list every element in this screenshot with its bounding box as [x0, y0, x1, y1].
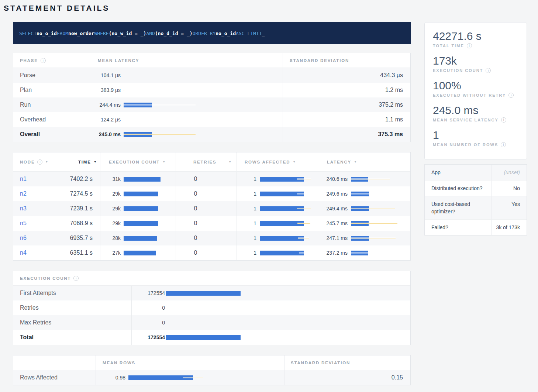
rows-affected-bar — [260, 192, 311, 196]
info-icon[interactable]: i — [501, 117, 506, 123]
execution-count-value: 172554 — [135, 290, 165, 296]
std-dev-cell: 375.3 ms — [283, 127, 410, 142]
stat-value: 42271.6 s — [433, 30, 518, 42]
phase-name: Run — [13, 97, 89, 112]
latency-cell: 240.6 ms — [318, 172, 410, 186]
execution-count-value: 29k — [104, 191, 121, 197]
bar-mean-segment — [260, 251, 304, 255]
info-icon[interactable]: i — [508, 93, 514, 98]
execution-count-value: 29k — [104, 220, 121, 226]
latency-value: 237.2 ms — [322, 250, 348, 256]
rows-affected-bar — [260, 221, 311, 226]
execution-count-cell: 28k — [100, 231, 176, 245]
stat-label: EXECUTED WITHOUT RETRYi — [433, 93, 518, 98]
latency-bar — [351, 177, 404, 182]
latency-cell: 247.1 ms — [318, 231, 410, 245]
node-link[interactable]: n4 — [20, 250, 27, 256]
column-header-retries[interactable]: RETRIES▼ — [176, 152, 237, 171]
node-link[interactable]: n3 — [20, 205, 27, 212]
execution-count-cell: 29k — [100, 216, 176, 231]
rows-affected-cell: 1 — [237, 201, 318, 216]
info-icon[interactable]: i — [467, 43, 472, 48]
latency-value: 247.1 ms — [322, 235, 348, 241]
info-icon[interactable]: i — [73, 276, 79, 281]
retries-cell: 0 — [176, 216, 237, 231]
mean-latency-value: 244.4 ms — [93, 102, 121, 108]
sort-arrow-icon[interactable]: ▼ — [224, 160, 237, 164]
std-dev-cell: 434.3 µs — [283, 68, 410, 83]
time-value: 7274.5 s — [65, 186, 100, 201]
rows-affected-value: 1 — [241, 220, 256, 226]
mean-latency-header-label: MEAN LATENCY — [98, 58, 139, 63]
bar-stddev-line — [297, 179, 311, 180]
summary-stat: 173kEXECUTION COUNTi — [433, 55, 518, 73]
info-icon[interactable]: i — [37, 159, 42, 165]
rows-affected-bar — [260, 206, 311, 211]
column-header-rows-affected[interactable]: ROWS AFFECTED▼ — [237, 152, 318, 171]
mean-latency-cell: 245.0 ms — [89, 127, 283, 142]
sort-arrow-icon[interactable]: ▼ — [45, 160, 49, 164]
execution-count-value: 172554 — [135, 334, 165, 340]
bar-mean-segment — [260, 236, 304, 241]
table-row: Max Retries0 — [13, 315, 410, 330]
execution-count-table-header: EXECUTION COUNT i — [13, 271, 410, 286]
summary-stat: 100%EXECUTED WITHOUT RETRYi — [433, 79, 518, 98]
sql-token: SELECT — [19, 31, 37, 36]
bar-stddev-line — [183, 377, 203, 378]
bar-mean-segment — [124, 251, 156, 255]
summary-stat: 245.0 msMEAN SERVICE LATENCYi — [433, 104, 518, 123]
column-header-time[interactable]: TIME▼ — [65, 152, 100, 171]
node-table-header: NODEi▼TIME▼EXECUTION COUNT▼RETRIES▼ROWS … — [13, 152, 410, 172]
mean-latency-bar — [124, 132, 196, 137]
bar-stddev-line — [351, 208, 395, 209]
detail-row: Used cost-based optimizer?Yes — [425, 196, 527, 220]
info-icon[interactable]: i — [486, 68, 491, 73]
execution-count-bar — [166, 320, 241, 325]
detail-value: Yes — [492, 196, 527, 219]
retries-cell: 0 — [176, 201, 237, 216]
bar-stddev-line — [297, 193, 311, 195]
std-dev-cell: 1.2 ms — [283, 83, 410, 97]
node-cell: n6 — [13, 231, 65, 245]
mean-latency-bar — [124, 88, 196, 93]
sql-token: ASC LIMIT — [236, 31, 262, 36]
sort-arrow-icon[interactable]: ▼ — [354, 160, 358, 164]
node-link[interactable]: n5 — [20, 220, 27, 227]
bar-stddev-line — [124, 90, 124, 91]
bar-stddev-line — [351, 193, 404, 195]
detail-label: Used cost-based optimizer? — [425, 196, 492, 219]
summary-stats-card: 42271.6 sTOTAL TIMEi173kEXECUTION COUNTi… — [424, 22, 527, 160]
detail-label: App — [425, 165, 492, 180]
column-header-latency[interactable]: LATENCY▼ — [318, 152, 410, 171]
column-header-execution-count[interactable]: EXECUTION COUNT▼ — [100, 152, 176, 171]
summary-stat: 1MEAN NUMBER OF ROWSi — [433, 129, 518, 147]
retries-cell: 0 — [176, 245, 237, 260]
detail-row: App(unset) — [425, 165, 527, 180]
column-header-label: NODE — [20, 160, 35, 164]
node-link[interactable]: n1 — [20, 176, 27, 182]
std-dev-column-header: STANDARD DEVIATION — [284, 355, 410, 370]
sort-arrow-icon[interactable]: ▼ — [293, 160, 296, 164]
execution-count-bar — [124, 192, 161, 196]
stat-label-text: EXECUTED WITHOUT RETRY — [433, 93, 506, 97]
column-header-node[interactable]: NODEi▼ — [13, 152, 65, 171]
rows-affected-cell: 1 — [237, 172, 318, 186]
sql-token: no_o_id — [215, 31, 236, 36]
execution-count-value: 27k — [104, 250, 121, 256]
info-icon[interactable]: i — [501, 142, 506, 147]
retries-cell: 0 — [176, 172, 237, 186]
info-icon[interactable]: i — [41, 58, 46, 63]
retries-value: 0 — [184, 190, 207, 197]
table-row: n46351.1 s27k01237.2 ms — [13, 245, 410, 260]
sort-arrow-icon[interactable]: ▼ — [162, 160, 166, 164]
node-link[interactable]: n2 — [20, 190, 27, 197]
sort-arrow-icon[interactable]: ▼ — [94, 160, 97, 164]
execution-count-row-label: First Attempts — [13, 286, 131, 300]
retries-value: 0 — [184, 250, 207, 256]
latency-cell: 237.2 ms — [318, 245, 410, 260]
mean-rows-column-header: MEAN ROWS — [96, 355, 284, 370]
bar-stddev-line — [124, 134, 196, 135]
node-link[interactable]: n6 — [20, 235, 27, 241]
bar-mean-segment — [124, 192, 158, 196]
std-dev-value: 434.3 µs — [380, 72, 403, 79]
